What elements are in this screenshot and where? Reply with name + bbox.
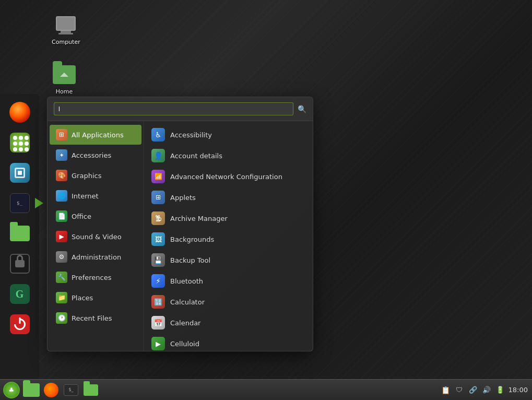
- app-account[interactable]: 👤 Account details: [144, 145, 313, 166]
- category-recent[interactable]: 🕐 Recent Files: [50, 308, 141, 328]
- terminal-taskbar-icon: $_: [64, 384, 78, 396]
- screencast-icon: [10, 163, 30, 183]
- category-accessories[interactable]: ✦ Accessories: [50, 145, 141, 165]
- calendar-label: Calendar: [170, 319, 200, 327]
- dock-grammarly[interactable]: G: [6, 280, 34, 308]
- accessibility-label: Accessibility: [170, 131, 212, 139]
- preferences-icon: 🔧: [56, 272, 67, 283]
- celluloid-label: Celluloid: [170, 340, 199, 348]
- category-graphics[interactable]: 🎨 Graphics: [50, 166, 141, 185]
- taskbar-folder-button[interactable]: [22, 381, 41, 399]
- celluloid-app-icon: ▶: [151, 337, 165, 350]
- category-all[interactable]: ⊞ All Applications: [50, 125, 141, 145]
- calculator-app-icon: 🔢: [151, 295, 165, 309]
- category-all-label: All Applications: [72, 131, 124, 139]
- app-backgrounds[interactable]: 🖼 Backgrounds: [144, 229, 313, 250]
- category-preferences[interactable]: 🔧 Preferences: [50, 267, 141, 287]
- taskbar-firefox-button[interactable]: [42, 381, 61, 399]
- firefox-icon: [9, 102, 30, 123]
- bluetooth-app-icon: ⚡: [151, 274, 165, 288]
- applets-app-icon: ⊞: [151, 191, 165, 204]
- app-network[interactable]: 📶 Advanced Network Configuration: [144, 166, 313, 187]
- calendar-app-icon: 📅: [151, 316, 165, 330]
- account-app-icon: 👤: [151, 149, 165, 162]
- app-calculator[interactable]: 🔢 Calculator: [144, 291, 313, 312]
- backgrounds-app-icon: 🖼: [151, 232, 165, 246]
- taskbar-right: 📋 🛡 🔗 🔊 🔋 18:00: [441, 385, 532, 395]
- archive-label: Archive Manager: [170, 215, 228, 222]
- category-accessories-label: Accessories: [72, 151, 111, 159]
- taskbar-terminal-button[interactable]: $_: [62, 381, 80, 399]
- home-desktop-icon[interactable]: Home: [50, 60, 79, 97]
- places-icon: 📁: [56, 292, 67, 303]
- network-tray-icon[interactable]: 🔗: [468, 385, 478, 395]
- category-recent-label: Recent Files: [72, 314, 112, 322]
- category-preferences-label: Preferences: [72, 274, 111, 281]
- home-icon-label: Home: [56, 88, 73, 95]
- dock-power[interactable]: [6, 310, 34, 338]
- graphics-icon: 🎨: [56, 170, 67, 181]
- dock-apps-grid[interactable]: [6, 128, 34, 157]
- terminal-icon: $_: [10, 193, 30, 213]
- mint-logo-icon: ♣: [3, 382, 20, 398]
- network-label: Advanced Network Configuration: [170, 173, 282, 181]
- app-accessibility[interactable]: ♿ Accessibility: [144, 124, 313, 145]
- office-icon: 📄: [56, 210, 67, 222]
- app-applets[interactable]: ⊞ Applets: [144, 187, 313, 208]
- app-celluloid[interactable]: ▶ Celluloid: [144, 333, 313, 351]
- taskbar-left: ♣ $_: [0, 381, 100, 399]
- files-icon: [10, 226, 30, 241]
- search-bar: 🔍: [48, 97, 313, 121]
- computer-icon-label: Computer: [52, 39, 80, 45]
- dock-lock[interactable]: [6, 250, 34, 278]
- grammarly-icon: G: [10, 284, 30, 304]
- active-indicator-arrow: [35, 198, 43, 208]
- start-menu-button[interactable]: ♣: [2, 381, 21, 399]
- account-label: Account details: [170, 152, 222, 160]
- all-apps-icon: ⊞: [56, 129, 67, 140]
- applets-label: Applets: [170, 194, 196, 202]
- dock-files[interactable]: [6, 219, 34, 248]
- app-backup[interactable]: 💾 Backup Tool: [144, 250, 313, 270]
- categories-panel: ⊞ All Applications ✦ Accessories 🎨 Graph…: [48, 121, 144, 351]
- lock-icon: [10, 254, 30, 274]
- app-bluetooth[interactable]: ⚡ Bluetooth: [144, 270, 313, 291]
- category-graphics-label: Graphics: [72, 172, 101, 180]
- network-app-icon: 📶: [151, 170, 165, 183]
- search-button[interactable]: 🔍: [298, 105, 306, 113]
- shield-tray-icon[interactable]: 🛡: [454, 385, 465, 395]
- category-administration[interactable]: ⚙ Administration: [50, 247, 141, 267]
- taskbar: ♣ $_: [0, 379, 532, 400]
- apps-grid-icon: [10, 133, 30, 152]
- computer-desktop-icon[interactable]: Computer: [50, 10, 82, 48]
- system-clock: 18:00: [509, 386, 528, 394]
- menu-body: ⊞ All Applications ✦ Accessories 🎨 Graph…: [48, 121, 313, 351]
- internet-icon: 🌐: [56, 190, 67, 202]
- battery-tray-icon[interactable]: 🔋: [495, 385, 505, 395]
- volume-tray-icon[interactable]: 🔊: [481, 385, 492, 395]
- admin-icon: ⚙: [56, 251, 67, 263]
- clipboard-tray-icon[interactable]: 📋: [441, 385, 451, 395]
- sidebar-dock: $_ G: [0, 94, 39, 379]
- calculator-label: Calculator: [170, 298, 205, 306]
- category-office[interactable]: 📄 Office: [50, 206, 141, 226]
- backup-app-icon: 💾: [151, 253, 165, 267]
- category-places[interactable]: 📁 Places: [50, 288, 141, 308]
- category-internet[interactable]: 🌐 Internet: [50, 186, 141, 206]
- apps-panel: ♿ Accessibility 👤 Account details 📶 Adva…: [144, 121, 313, 351]
- search-input[interactable]: [54, 102, 293, 115]
- bluetooth-label: Bluetooth: [170, 277, 203, 285]
- files-taskbar-icon: [84, 384, 98, 396]
- application-menu: 🔍 ⊞ All Applications ✦ Accessories: [47, 97, 313, 351]
- dock-screencast[interactable]: [6, 159, 34, 187]
- dock-terminal[interactable]: $_: [6, 189, 34, 217]
- category-sound-video[interactable]: ▶ Sound & Video: [50, 227, 141, 246]
- app-archive[interactable]: 🗜 Archive Manager: [144, 208, 313, 229]
- desktop: Computer Home: [0, 0, 532, 400]
- home-folder-icon: [52, 62, 77, 87]
- app-calendar[interactable]: 📅 Calendar: [144, 312, 313, 333]
- archive-app-icon: 🗜: [151, 211, 165, 225]
- taskbar-files-button[interactable]: [81, 381, 100, 399]
- dock-firefox[interactable]: [6, 98, 34, 126]
- recent-icon: 🕐: [56, 312, 67, 324]
